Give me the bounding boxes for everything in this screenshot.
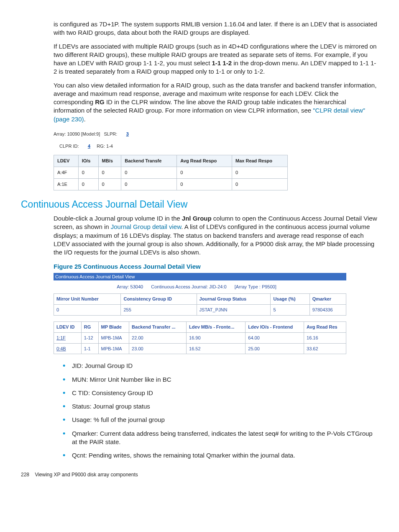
table-cell: 22.00 bbox=[129, 332, 187, 343]
table-row: 0255JSTAT_PJNN597804336 bbox=[54, 305, 346, 316]
text: Double-click a Journal group volume ID i… bbox=[54, 215, 182, 222]
table-cell: 5 bbox=[271, 305, 309, 316]
text: is configured as 7D+1P. The system suppo… bbox=[54, 21, 377, 36]
table-row: 0:4B1-1MPB-1MA23.0016.5225.0033.62 bbox=[54, 343, 346, 354]
table-row: 1:1F1-12MPB-1MA22.0016.9064.0016.16 bbox=[54, 332, 346, 343]
list-item: JID: Journal Group ID bbox=[63, 362, 378, 370]
column-header: RG bbox=[81, 321, 98, 332]
cajdv-detail-table: LDEV IDRGMP BladeBackend Transfer ...Lde… bbox=[54, 321, 346, 355]
page-number: 228 bbox=[21, 472, 29, 478]
slpr-label: SLPR: bbox=[104, 131, 117, 136]
bold-rg: RG bbox=[95, 98, 105, 105]
clpr-id-label: CLPR ID: bbox=[59, 144, 79, 149]
footer-title: Viewing XP and P9000 disk array componen… bbox=[35, 472, 138, 478]
column-header: Journal Group Status bbox=[197, 294, 271, 305]
table-cell: 0 bbox=[98, 167, 121, 179]
table-cell: JSTAT_PJNN bbox=[197, 305, 271, 316]
column-header: LDEV bbox=[54, 155, 79, 167]
column-header: Avg Read Res bbox=[304, 321, 346, 332]
table-cell: 255 bbox=[121, 305, 197, 316]
table-cell: 16.52 bbox=[187, 343, 246, 354]
paragraph-detailed-info: You can also view detailed information f… bbox=[54, 81, 378, 123]
table-cell: 0 bbox=[98, 179, 121, 190]
table-cell: 0 bbox=[121, 167, 177, 179]
paragraph-multiple-raid: If LDEVs are associated with multiple RA… bbox=[54, 42, 378, 76]
clpr-id-link[interactable]: 4 bbox=[88, 144, 90, 149]
column-header: Usage (%) bbox=[271, 294, 309, 305]
column-header: Consistency Group ID bbox=[121, 294, 197, 305]
table-cell: 33.62 bbox=[304, 343, 346, 354]
table-cell: 0 bbox=[177, 179, 232, 190]
table-cell: 0 bbox=[78, 179, 98, 190]
column-header: IO/s bbox=[78, 155, 98, 167]
table-cell: 23.00 bbox=[129, 343, 187, 354]
info-array: Array: 53040 bbox=[117, 284, 143, 289]
column-header: Avg Read Respo bbox=[177, 155, 232, 167]
table-cell: 1-12 bbox=[81, 332, 98, 343]
list-item: C TID: Consistency Group ID bbox=[63, 389, 378, 397]
column-header: Ldev IO/s - Frontend bbox=[246, 321, 304, 332]
paragraph-cajdv-intro: Double-click a Journal group volume ID i… bbox=[54, 214, 378, 257]
table-header-row: LDEV IDRGMP BladeBackend Transfer ...Lde… bbox=[54, 321, 346, 332]
cajdv-screenshot-block: Continuous Access Journal Detail View Ar… bbox=[54, 273, 346, 355]
column-header: Backend Transfer ... bbox=[129, 321, 187, 332]
table-cell: 0 bbox=[232, 179, 287, 190]
slpr-link[interactable]: 3 bbox=[126, 131, 129, 136]
table-header-row: LDEVIO/sMB/sBackend TransfeAvg Read Resp… bbox=[54, 155, 288, 167]
column-header: LDEV ID bbox=[54, 321, 82, 332]
table-row: A:1E00000 bbox=[54, 179, 288, 190]
rg-label: RG: 1-4 bbox=[97, 144, 113, 149]
table-cell: 0 bbox=[78, 167, 98, 179]
page-footer: 228 Viewing XP and P9000 disk array comp… bbox=[21, 471, 378, 478]
clpr-table-block: Array: 10090 [Model:9] SLPR: 3 CLPR ID: … bbox=[54, 131, 378, 190]
section-heading-cajdv: Continuous Access Journal Detail View bbox=[21, 198, 378, 211]
table-cell: 25.00 bbox=[246, 343, 304, 354]
list-item: Qmarker: Current data address being tran… bbox=[63, 429, 378, 447]
column-header: Qmarker bbox=[309, 294, 346, 305]
column-header: Max Read Respo bbox=[232, 155, 287, 167]
bold-raid-group: 1-1 1-2 bbox=[212, 59, 232, 67]
list-item: Usage: % full of the journal group bbox=[63, 416, 378, 424]
bold-jnl-group: Jnl Group bbox=[182, 215, 212, 222]
paragraph-config: is configured as 7D+1P. The system suppo… bbox=[54, 20, 378, 37]
table-cell: 64.00 bbox=[246, 332, 304, 343]
cajdv-titlebar: Continuous Access Journal Detail View bbox=[54, 273, 346, 281]
table-cell: 1-1 bbox=[81, 343, 98, 354]
column-header: MB/s bbox=[98, 155, 121, 167]
table-cell: 0 bbox=[54, 305, 121, 316]
definition-bullet-list: JID: Journal Group IDMUN: Mirror Unit Nu… bbox=[54, 362, 378, 460]
column-header: Ldev MB/s - Fronte... bbox=[187, 321, 246, 332]
ldev-id-cell[interactable]: 1:1F bbox=[54, 332, 82, 343]
info-array-type: [Array Type : P9500] bbox=[235, 284, 276, 289]
list-item: Qcnt: Pending writes, shows the remainin… bbox=[63, 451, 378, 460]
list-item: MUN: Mirror Unit Number like in BC bbox=[63, 375, 378, 384]
table-cell: 16.16 bbox=[304, 332, 346, 343]
column-header: Mirror Unit Number bbox=[54, 294, 121, 305]
table-cell: MPB-1MA bbox=[98, 332, 129, 343]
figure-25-caption: Figure 25 Continuous Access Journal Deta… bbox=[54, 262, 378, 271]
table-header-row: Mirror Unit NumberConsistency Group IDJo… bbox=[54, 294, 346, 305]
table-cell: 0 bbox=[232, 167, 287, 179]
cajdv-info-line: Array: 53040 Continuous Access Journal: … bbox=[54, 280, 346, 293]
column-header: MP Blade bbox=[98, 321, 129, 332]
table-cell: MPB-1MA bbox=[98, 343, 129, 354]
table-cell: 0 bbox=[121, 179, 177, 190]
ldev-id-cell[interactable]: 0:4B bbox=[54, 343, 82, 354]
table-cell: 97804336 bbox=[309, 305, 346, 316]
table-cell: 0 bbox=[177, 167, 232, 179]
clpr-breadcrumb-2: CLPR ID: 4 RG: 1-4 bbox=[59, 143, 378, 149]
column-header: Backend Transfe bbox=[121, 155, 177, 167]
clpr-ldev-table: LDEVIO/sMB/sBackend TransfeAvg Read Resp… bbox=[54, 155, 288, 190]
table-cell: A:1E bbox=[54, 179, 79, 190]
table-cell: 16.90 bbox=[187, 332, 246, 343]
link-journal-group-detail-view[interactable]: Journal Group detail view bbox=[111, 223, 181, 230]
clpr-breadcrumb-1: Array: 10090 [Model:9] SLPR: 3 bbox=[54, 131, 378, 137]
list-item: Status: Journal group status bbox=[63, 402, 378, 411]
table-cell: A:4F bbox=[54, 167, 79, 179]
text: . bbox=[84, 116, 86, 123]
table-row: A:4F00000 bbox=[54, 167, 288, 179]
info-caj: Continuous Access Journal: JID-24:0 bbox=[151, 284, 226, 289]
array-label: Array: 10090 [Model:9] bbox=[54, 131, 100, 136]
cajdv-summary-table: Mirror Unit NumberConsistency Group IDJo… bbox=[54, 293, 346, 316]
